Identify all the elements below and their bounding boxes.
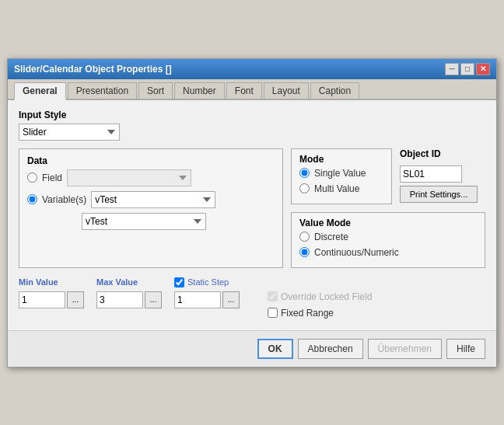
fixed-range-row: Fixed Range [268, 308, 372, 319]
override-locked-row: Override Locked Field [268, 291, 372, 302]
continuous-radio[interactable] [299, 247, 310, 257]
value-mode-section: Value Mode Discrete Continuous/Numeric [291, 212, 485, 268]
tab-number[interactable]: Number [174, 82, 225, 99]
title-bar-buttons: ─ □ ✕ [445, 63, 490, 75]
multi-value-row: Multi Value [299, 183, 383, 194]
max-value-input[interactable] [96, 291, 143, 308]
cancel-button[interactable]: Abbrechen [298, 339, 363, 359]
discrete-label: Discrete [314, 232, 348, 242]
min-value-browse-button[interactable]: ... [67, 291, 84, 308]
right-sections: Mode Single Value Multi Value Object ID [291, 148, 485, 268]
main-area: Data Field Variable(s) [19, 148, 485, 268]
max-value-browse-button[interactable]: ... [145, 291, 162, 308]
minimize-button[interactable]: ─ [445, 63, 459, 75]
static-step-checkbox-row: Static Step [174, 277, 240, 287]
tab-caption[interactable]: Caption [310, 82, 359, 99]
content-area: Input Style Slider Calendar Data Field [8, 100, 496, 330]
tab-presentation[interactable]: Presentation [68, 82, 137, 99]
print-settings-button[interactable]: Print Settings... [400, 186, 478, 203]
mode-objectid-row: Mode Single Value Multi Value Object ID [291, 148, 485, 204]
tab-general[interactable]: General [14, 82, 66, 100]
static-step-input[interactable] [174, 291, 221, 308]
window-title: Slider/Calendar Object Properties [] [14, 64, 172, 75]
help-button[interactable]: Hilfe [446, 339, 485, 359]
fixed-range-label: Fixed Range [281, 308, 334, 319]
override-fixed-section: Override Locked Field Fixed Range [268, 277, 372, 321]
tab-sort[interactable]: Sort [138, 82, 173, 99]
close-button[interactable]: ✕ [476, 63, 490, 75]
min-value-input[interactable] [19, 291, 65, 308]
variables-radio[interactable] [27, 194, 37, 204]
fixed-range-checkbox[interactable] [268, 308, 278, 318]
discrete-radio[interactable] [299, 232, 310, 242]
single-value-radio[interactable] [299, 168, 310, 178]
max-value-group: Max Value ... [96, 277, 162, 308]
max-value-label: Max Value [96, 277, 162, 287]
tab-layout[interactable]: Layout [264, 82, 309, 99]
static-step-section: Static Step ... [174, 277, 240, 308]
tab-bar: General Presentation Sort Number Font La… [8, 79, 496, 100]
override-locked-label: Override Locked Field [281, 291, 372, 302]
field-label: Field [42, 172, 62, 183]
field-combo-box [67, 169, 191, 186]
variable-select[interactable]: vTest [91, 191, 215, 208]
data-section: Data Field Variable(s) [19, 148, 283, 268]
min-value-label: Min Value [19, 277, 84, 287]
static-step-label: Static Step [187, 277, 229, 287]
static-step-browse-button[interactable]: ... [222, 291, 240, 308]
mode-label: Mode [299, 154, 383, 165]
variable-second-row: vTest [82, 213, 275, 230]
title-bar: Slider/Calendar Object Properties [] ─ □… [8, 59, 496, 79]
field-radio[interactable] [27, 172, 37, 183]
value-mode-label: Value Mode [299, 218, 477, 228]
input-style-row: Slider Calendar [19, 124, 485, 141]
variables-label: Variable(s) [42, 194, 86, 205]
field-select[interactable] [67, 169, 191, 186]
min-value-row: ... [19, 291, 84, 308]
variables-radio-row: Variable(s) vTest [27, 191, 275, 208]
single-value-row: Single Value [299, 168, 383, 179]
data-section-label: Data [27, 155, 275, 166]
static-step-row: ... [174, 291, 240, 308]
tab-font[interactable]: Font [226, 82, 262, 99]
input-style-select[interactable]: Slider Calendar [19, 124, 120, 141]
continuous-label: Continuous/Numeric [314, 247, 399, 258]
variables-combo-box: vTest [91, 191, 215, 208]
continuous-row: Continuous/Numeric [299, 247, 477, 258]
object-id-section: Object ID Print Settings... [400, 148, 478, 204]
footer: OK Abbrechen Übernehmen Hilfe [8, 330, 496, 367]
input-style-label: Input Style [19, 110, 485, 120]
min-value-group: Min Value ... [19, 277, 84, 308]
dialog-window: Slider/Calendar Object Properties [] ─ □… [7, 58, 497, 368]
apply-button[interactable]: Übernehmen [368, 339, 442, 359]
max-value-row: ... [96, 291, 162, 308]
field-radio-row: Field [27, 169, 275, 186]
single-value-label: Single Value [314, 168, 366, 179]
discrete-row: Discrete [299, 232, 477, 242]
maximize-button[interactable]: □ [460, 63, 474, 75]
static-step-checkbox[interactable] [174, 277, 184, 287]
variable-select-2[interactable]: vTest [82, 213, 206, 230]
object-id-label: Object ID [400, 148, 478, 159]
object-id-input[interactable] [400, 165, 462, 183]
ok-button[interactable]: OK [257, 339, 293, 359]
multi-value-label: Multi Value [314, 183, 359, 194]
bottom-section: Min Value ... Max Value ... Static Step [19, 277, 485, 321]
override-locked-checkbox[interactable] [268, 291, 278, 301]
mode-section: Mode Single Value Multi Value [291, 148, 392, 204]
multi-value-radio[interactable] [299, 183, 310, 193]
